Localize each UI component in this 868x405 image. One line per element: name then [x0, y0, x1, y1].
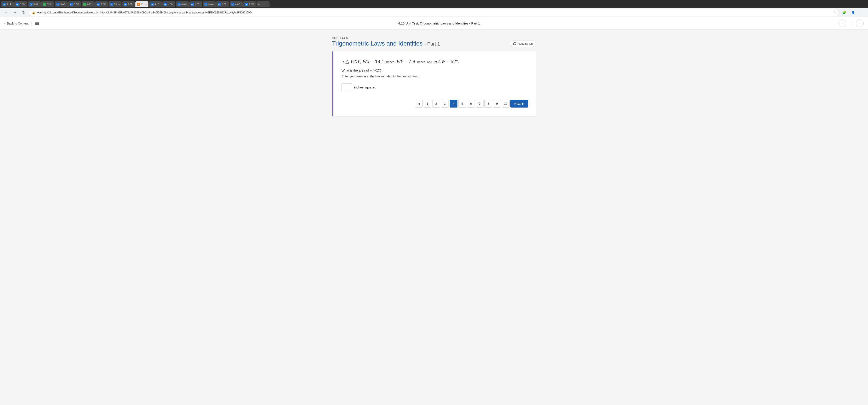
pagination-page-9[interactable]: 9 — [493, 100, 501, 107]
more-options-icon[interactable]: ⋮ — [847, 20, 855, 27]
tab-icon-17: DL — [231, 3, 235, 6]
pagination-page-1[interactable]: 1 — [424, 100, 431, 107]
tab-7[interactable]: = 838 — [82, 1, 95, 7]
tab-9[interactable]: DL 5.0% — [108, 1, 122, 7]
tab-4[interactable]: = 838 — [41, 1, 54, 7]
extensions-button[interactable]: 🧩 — [841, 10, 848, 15]
tab-label-3: 5.07 — [33, 3, 38, 6]
next-button-label: Next — [514, 102, 521, 105]
triangle-symbol-2: △ — [370, 69, 373, 72]
address-bar[interactable]: 🔒 learning.k12.com/d2l/enhanced/Sequence… — [29, 9, 839, 16]
prev-page-button[interactable]: ‹ — [838, 20, 846, 27]
tab-16[interactable]: DL 4.05 — [216, 1, 229, 7]
pagination-page-8[interactable]: 8 — [484, 100, 492, 107]
pagination-page-4[interactable]: 4 — [450, 100, 458, 107]
tab-1[interactable]: DL 5.11 — [1, 1, 14, 7]
pagination-page-2[interactable]: 2 — [432, 100, 440, 107]
pagination-prev-button[interactable]: ◀ — [415, 100, 423, 107]
inches-label-2: inches, and — [416, 60, 432, 64]
tab-18[interactable]: ★ 4.0% — [243, 1, 256, 7]
headphones-icon: 🎧 — [513, 42, 517, 45]
next-button[interactable]: Next ▶ — [510, 100, 528, 107]
tab-label-13: 4.0% — [181, 3, 187, 6]
answer-row: inches squared — [342, 83, 528, 91]
tab-label-16: 4.05 — [222, 3, 226, 6]
pagination-page-10[interactable]: 10 — [502, 100, 509, 107]
left-accent-bar — [332, 52, 333, 116]
wy-label: WY — [397, 59, 403, 64]
top-toolbar: ‹ Back to Content 4.10 Unit Test: Trigon… — [0, 18, 868, 30]
reading-toggle-button[interactable]: 🎧 Reading Off — [510, 40, 536, 47]
tab-icon-11: DL — [151, 3, 154, 6]
hamburger-menu-button[interactable] — [34, 21, 40, 26]
tab-icon-14: DL — [191, 3, 194, 6]
back-to-content-label: Back to Content — [7, 22, 29, 25]
tab-label-4: 838 — [47, 3, 51, 6]
tab-icon-1: DL — [3, 3, 6, 6]
tab-active[interactable]: X X × — [135, 1, 148, 7]
back-to-content-link[interactable]: ‹ Back to Content — [4, 21, 29, 26]
tab-icon-12: DL — [164, 3, 167, 6]
tab-icon-18: ★ — [245, 3, 248, 6]
tab-icon-9: DL — [110, 3, 113, 6]
tab-14[interactable]: DL 4.07 — [189, 1, 202, 7]
question-text: What is the area of △ WXY? — [342, 69, 528, 72]
unit-test-label: UNIT TEST: — [332, 36, 536, 39]
tab-icon-5: DL — [56, 3, 59, 6]
tab-label-15: 4.0% — [208, 3, 214, 6]
secure-icon: 🔒 — [32, 11, 35, 14]
tab-new[interactable]: + — [256, 1, 270, 7]
tab-bar: DL 5.11 DL 5.0% DL 5.07 = 838 DL 5.07 DL… — [0, 0, 868, 8]
tab-label-1: 5.11 — [6, 3, 11, 6]
tab-label-6: 5.0% — [74, 3, 79, 6]
tab-label-8: 5.0% — [101, 3, 106, 6]
tab-label-10: 5.02 — [128, 3, 132, 6]
answer-input[interactable] — [342, 83, 352, 91]
profile-button[interactable]: 👤 — [849, 10, 857, 15]
tab-icon-6: DL — [70, 3, 73, 6]
quiz-title-colored: Trigonometric Laws and Identities — [332, 40, 423, 47]
pagination-page-6[interactable]: 6 — [467, 100, 475, 107]
tab-15[interactable]: DL 4.0% — [203, 1, 216, 7]
back-button[interactable]: ← — [2, 9, 9, 15]
tab-17[interactable]: DL 4.07 — [229, 1, 243, 7]
tab-13[interactable]: DL 4.0% — [176, 1, 189, 7]
reading-toggle-label: Reading Off — [518, 42, 533, 45]
tab-close-icon[interactable]: × — [145, 3, 147, 6]
next-page-button[interactable]: › — [856, 20, 864, 27]
pagination-page-3[interactable]: 3 — [441, 100, 449, 107]
inches-label-1: inches, — [385, 60, 395, 64]
more-options-button[interactable]: ⋮ — [859, 9, 866, 16]
pagination-page-7[interactable]: 7 — [476, 100, 484, 107]
refresh-button[interactable]: ↻ — [21, 9, 27, 16]
tab-8[interactable]: DL 5.0% — [95, 1, 108, 7]
question-card: In △ WXY, WX = 14.1 inches, WY = 7.8 inc… — [334, 52, 536, 116]
browser-chrome: DL 5.11 DL 5.0% DL 5.07 = 838 DL 5.07 DL… — [0, 0, 868, 18]
question-wrapper: In △ WXY, WX = 14.1 inches, WY = 7.8 inc… — [332, 52, 536, 116]
pagination: ◀ 1 2 3 4 5 6 7 8 9 10 Next ▶ — [342, 98, 528, 110]
tab-10[interactable]: DL 5.02 — [122, 1, 135, 7]
tab-icon-15: DL — [205, 3, 208, 6]
quiz-container: UNIT TEST: Trigonometric Laws and Identi… — [328, 30, 540, 123]
tab-label-14: 4.07 — [195, 3, 199, 6]
pagination-page-5[interactable]: 5 — [458, 100, 466, 107]
triangle-name: WXY — [350, 59, 360, 64]
tab-12[interactable]: DL 4.0% — [162, 1, 175, 7]
tab-label-2: 5.0% — [20, 3, 25, 6]
forward-button[interactable]: → — [11, 9, 19, 15]
tab-11[interactable]: DL 4.10 — [149, 1, 162, 7]
chevron-left-icon: ‹ — [4, 21, 6, 26]
tab-label-18: 4.0% — [249, 3, 254, 6]
address-text: learning.k12.com/d2l/enhanced/Sequence/v… — [37, 11, 832, 14]
bookmark-icon[interactable]: ☆ — [833, 10, 836, 14]
tab-icon-active: X — [137, 3, 140, 6]
tab-3[interactable]: DL 5.07 — [28, 1, 41, 7]
tab-icon-3: DL — [30, 3, 33, 6]
tab-6[interactable]: DL 5.0% — [68, 1, 81, 7]
tab-2[interactable]: DL 5.0% — [14, 1, 27, 7]
navigation-bar: ← → ↻ 🔒 learning.k12.com/d2l/enhanced/Se… — [0, 8, 868, 18]
tab-5[interactable]: DL 5.07 — [55, 1, 68, 7]
tab-icon-8: DL — [97, 3, 100, 6]
page-title: 4.10 Unit Test: Trigonometric Laws and I… — [40, 22, 838, 25]
quiz-title-dash: - Part 1 — [424, 41, 440, 46]
